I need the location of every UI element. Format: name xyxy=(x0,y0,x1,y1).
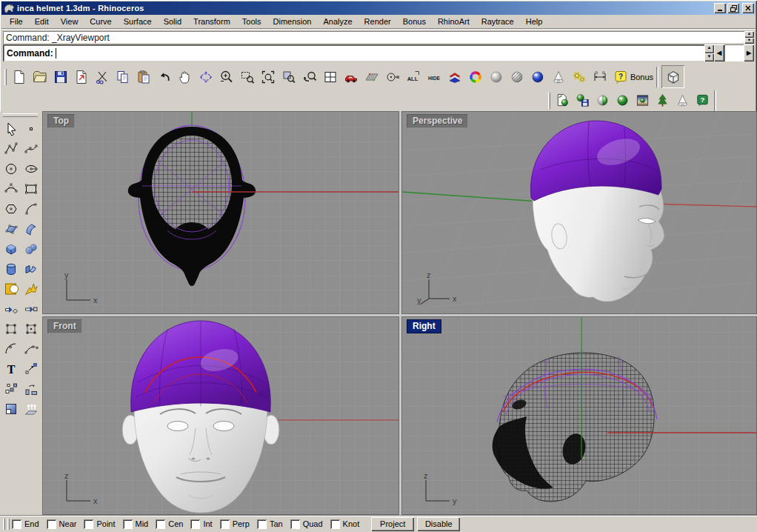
menu-help[interactable]: Help xyxy=(520,16,549,27)
toolbar-grip[interactable] xyxy=(4,69,7,85)
osnap-int[interactable]: Int xyxy=(190,519,212,529)
menu-bonus[interactable]: Bonus xyxy=(397,16,432,27)
render-current-viewport-button[interactable] xyxy=(553,91,573,110)
render-preview-button[interactable] xyxy=(593,91,613,110)
color-picker-button[interactable] xyxy=(465,67,486,87)
print-button[interactable] xyxy=(71,67,92,87)
menu-analyze[interactable]: Analyze xyxy=(317,16,358,27)
extrude-tool[interactable] xyxy=(21,399,41,419)
surface-from-points-tool[interactable] xyxy=(1,219,21,239)
bonus-toolbar-button[interactable]: Bonus xyxy=(631,67,652,87)
hide-objects-button[interactable] xyxy=(424,67,444,87)
viewport-perspective[interactable]: Perspective z x y xyxy=(401,111,757,314)
text-tool[interactable] xyxy=(1,359,21,379)
menu-file[interactable]: File xyxy=(4,16,29,27)
menu-rhinoart[interactable]: RhinoArt xyxy=(432,16,476,27)
command-history[interactable]: Command: _XrayViewport ▲ ▼ xyxy=(3,31,754,44)
osnap-checkbox[interactable] xyxy=(290,519,300,529)
mesh-button[interactable] xyxy=(361,67,382,87)
move-button[interactable] xyxy=(341,67,361,87)
curve-edit-tool[interactable] xyxy=(1,179,21,199)
menu-view[interactable]: View xyxy=(55,16,84,27)
osnap-checkbox[interactable] xyxy=(330,519,340,529)
boolean-tool[interactable] xyxy=(1,279,21,299)
osnap-checkbox[interactable] xyxy=(190,519,200,529)
render-all-button[interactable] xyxy=(613,91,633,110)
osnap-cen[interactable]: Cen xyxy=(156,519,183,529)
spin-down-icon[interactable]: ▼ xyxy=(704,53,714,62)
fillet-tool[interactable] xyxy=(1,339,21,359)
osnap-near[interactable]: Near xyxy=(47,519,77,529)
sphere-tool[interactable] xyxy=(21,239,41,259)
menu-curve[interactable]: Curve xyxy=(84,16,117,27)
viewport-label-right[interactable]: Right xyxy=(407,319,441,333)
join-tool[interactable] xyxy=(1,319,21,339)
osnap-knot[interactable]: Knot xyxy=(330,519,360,529)
ghosted-display-button[interactable] xyxy=(507,67,527,87)
osnap-checkbox[interactable] xyxy=(220,519,230,529)
render-toolbar-grip[interactable] xyxy=(548,93,550,109)
viewport-label-front[interactable]: Front xyxy=(47,319,82,333)
osnap-checkbox[interactable] xyxy=(123,519,133,529)
menu-dimension[interactable]: Dimension xyxy=(267,16,318,27)
menu-render[interactable]: Render xyxy=(359,16,397,27)
save-file-button[interactable] xyxy=(50,67,71,87)
ellipse-tool[interactable] xyxy=(21,159,41,179)
arc-tool[interactable] xyxy=(21,199,41,219)
zoom-window-button[interactable] xyxy=(237,67,258,87)
layers-button[interactable] xyxy=(444,67,465,87)
polygon-tool[interactable] xyxy=(1,199,21,219)
spin-up-icon[interactable]: ▲ xyxy=(704,44,714,53)
move-point-tool[interactable] xyxy=(21,359,41,379)
viewport-front[interactable]: Front z x xyxy=(42,316,399,515)
rotate-view-button[interactable] xyxy=(196,67,216,87)
project-button[interactable]: Project xyxy=(371,517,414,531)
shade-viewport-button[interactable] xyxy=(486,67,507,87)
osnap-tan[interactable]: Tan xyxy=(257,519,283,529)
osnap-quad[interactable]: Quad xyxy=(290,519,323,529)
restore-button[interactable] xyxy=(727,3,739,13)
menu-raytrace[interactable]: Raytrace xyxy=(476,16,520,27)
cut-button[interactable] xyxy=(92,67,113,87)
menu-transform[interactable]: Transform xyxy=(187,16,236,27)
save-rendering-button[interactable] xyxy=(573,91,593,110)
point-tool[interactable] xyxy=(21,119,41,139)
undo-button[interactable] xyxy=(154,67,175,87)
open-file-button[interactable] xyxy=(30,67,50,87)
osnap-checkbox[interactable] xyxy=(156,519,165,529)
title-bar[interactable]: inca helmet 1.3dm - Rhinoceros xyxy=(1,1,756,15)
osnap-end[interactable]: End xyxy=(12,519,39,529)
command-scroll-track[interactable] xyxy=(724,44,744,61)
menu-solid[interactable]: Solid xyxy=(158,16,187,27)
copy-button[interactable] xyxy=(113,67,133,87)
options-button[interactable] xyxy=(569,67,590,87)
new-file-button[interactable] xyxy=(9,67,30,87)
select-tool[interactable] xyxy=(1,119,21,139)
box-tool[interactable] xyxy=(1,239,21,259)
scroll-right-button[interactable]: ▶ xyxy=(744,44,754,61)
zoom-dynamic-button[interactable] xyxy=(216,67,237,87)
curved-surface-tool[interactable] xyxy=(21,219,41,239)
menu-tools[interactable]: Tools xyxy=(236,16,267,27)
help-button[interactable] xyxy=(610,67,631,87)
extend-tool[interactable] xyxy=(21,339,41,359)
viewport-top[interactable]: Top y x xyxy=(42,111,399,314)
menu-surface[interactable]: Surface xyxy=(118,16,158,27)
paste-button[interactable] xyxy=(133,67,154,87)
minimize-button[interactable] xyxy=(714,3,726,13)
undo-view-change-button[interactable] xyxy=(299,67,320,87)
palette-grip[interactable] xyxy=(3,113,38,117)
osnap-perp[interactable]: Perp xyxy=(220,519,250,529)
group-tool[interactable] xyxy=(21,319,41,339)
zoom-selected-button[interactable] xyxy=(279,67,299,87)
dimension-button[interactable] xyxy=(590,67,610,87)
osnap-checkbox[interactable] xyxy=(12,519,21,529)
osnap-checkbox[interactable] xyxy=(84,519,93,529)
close-button[interactable] xyxy=(742,3,754,13)
render-help-button[interactable] xyxy=(693,91,713,110)
viewport-label-top[interactable]: Top xyxy=(47,114,75,128)
circle-tool[interactable] xyxy=(1,159,21,179)
rectangle-tool[interactable] xyxy=(21,179,41,199)
explode-tool[interactable] xyxy=(21,279,41,299)
osnap-checkbox[interactable] xyxy=(47,519,56,529)
